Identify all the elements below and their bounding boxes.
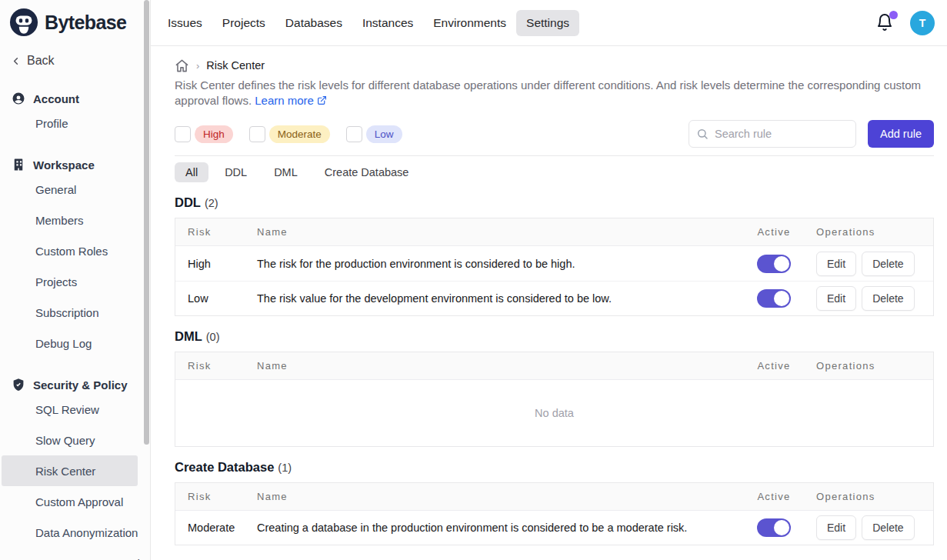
sidebar-item-debug-log[interactable]: Debug Log [0, 328, 150, 358]
search-input[interactable] [689, 120, 856, 148]
name-cell: The risk value for the development envir… [257, 292, 732, 305]
table-header: Risk Name Active Operations [175, 483, 933, 511]
section-title-text: Create Database [175, 460, 274, 475]
column-risk: Risk [175, 226, 257, 238]
delete-button[interactable]: Delete [862, 515, 914, 540]
page-description: Risk Center defines the risk levels for … [175, 78, 932, 108]
tab-dml[interactable]: DML [263, 162, 308, 182]
sidebar-item-profile[interactable]: Profile [0, 108, 150, 138]
sidebar-item-label: Slow Query [35, 434, 95, 447]
sidebar-item-label: Members [35, 214, 84, 227]
back-button[interactable]: Back [0, 49, 150, 72]
filter-low-checkbox[interactable] [346, 126, 362, 142]
notification-dot [889, 11, 898, 19]
sidebar-item-slow-query[interactable]: Slow Query [0, 425, 150, 455]
sidebar-item-sql-review[interactable]: SQL Review [0, 394, 150, 425]
sidebar-item-subscription[interactable]: Subscription [0, 297, 150, 328]
ddl-rule-table: Risk Name Active Operations High The ris… [175, 218, 934, 316]
filter-moderate-checkbox[interactable] [249, 126, 265, 142]
operations-cell: Edit Delete [816, 286, 933, 311]
sidebar-item-risk-center[interactable]: Risk Center [2, 455, 138, 486]
section-title-text: DDL [175, 195, 201, 210]
sidebar-item-projects[interactable]: Projects [0, 266, 150, 297]
edit-button[interactable]: Edit [816, 252, 856, 276]
sidebar-scrollbar[interactable] [144, 0, 149, 445]
table-header: Risk Name Active Operations [175, 352, 933, 380]
high-badge: High [195, 125, 233, 143]
home-icon[interactable] [175, 58, 189, 73]
section-create-database-title: Create Database (1) [175, 460, 934, 475]
sidebar-item-label: Projects [35, 275, 77, 288]
active-toggle[interactable] [757, 255, 791, 273]
section-count: (1) [278, 462, 292, 474]
section-create-database: Create Database (1) Risk Name Active Ope… [175, 460, 934, 545]
bytebase-logo-icon [9, 8, 38, 37]
avatar[interactable]: T [910, 11, 935, 35]
delete-button[interactable]: Delete [862, 252, 914, 276]
sidebar-group-label: Workspace [33, 158, 95, 172]
delete-button[interactable]: Delete [862, 286, 914, 311]
section-title-text: DML [175, 329, 202, 344]
sidebar-group-security-policy: Security & Policy SQL Review Slow Query … [0, 375, 150, 560]
chevron-left-icon [10, 55, 22, 67]
sidebar-item-data-anonymization[interactable]: Data Anonymization [0, 517, 150, 548]
tab-all[interactable]: All [175, 162, 208, 182]
filter-high-checkbox[interactable] [175, 126, 191, 142]
category-tabs: All DDL DML Create Database [175, 162, 934, 182]
sidebar-group-workspace: Workspace General Members Custom Roles P… [0, 155, 150, 358]
sidebar-group-account: Account Profile [0, 89, 150, 138]
add-rule-button[interactable]: Add rule [868, 120, 934, 148]
active-toggle[interactable] [757, 518, 791, 537]
column-risk: Risk [175, 360, 257, 372]
edit-button[interactable]: Edit [816, 286, 856, 311]
sidebar-item-general[interactable]: General [0, 174, 150, 205]
nav-item-databases[interactable]: Databases [275, 10, 352, 36]
column-active: Active [732, 226, 816, 238]
sidebar-item-data-access-control[interactable]: Data Access Control [0, 548, 150, 560]
nav-item-projects[interactable]: Projects [212, 10, 275, 36]
sidebar-item-label: SQL Review [35, 403, 99, 416]
empty-state: No data [175, 380, 933, 446]
table-row: Moderate Creating a database in the prod… [175, 511, 933, 545]
settings-sidebar: Bytebase Back Account Profile Workspace … [0, 0, 151, 560]
active-toggle[interactable] [757, 289, 791, 308]
back-label: Back [27, 54, 55, 68]
search-box [689, 120, 856, 148]
table-row: Low The risk value for the development e… [175, 281, 933, 315]
main-area: Issues Projects Databases Instances Envi… [151, 0, 947, 560]
create-database-rule-table: Risk Name Active Operations Moderate Cre… [175, 482, 934, 545]
sidebar-item-label: Custom Roles [35, 245, 108, 258]
sidebar-item-members[interactable]: Members [0, 205, 150, 235]
sidebar-item-custom-roles[interactable]: Custom Roles [0, 235, 150, 266]
notifications-button[interactable] [875, 13, 895, 33]
sidebar-item-custom-approval[interactable]: Custom Approval [0, 486, 150, 517]
sidebar-item-label: Data Anonymization [35, 526, 138, 539]
tab-create-database[interactable]: Create Database [314, 162, 420, 182]
sidebar-item-label: Profile [35, 117, 68, 130]
divider [175, 155, 934, 156]
sidebar-group-security-policy-header: Security & Policy [0, 375, 150, 394]
nav-item-instances[interactable]: Instances [352, 10, 423, 36]
page-title: Risk Center [206, 59, 265, 72]
external-link-icon [317, 95, 327, 105]
tab-ddl[interactable]: DDL [214, 162, 258, 182]
nav-item-settings[interactable]: Settings [516, 10, 579, 36]
section-ddl-title: DDL (2) [175, 195, 934, 210]
logo-wordmark: Bytebase [45, 12, 126, 34]
breadcrumb: › Risk Center [175, 57, 934, 74]
operations-cell: Edit Delete [816, 515, 933, 540]
learn-more-link[interactable]: Learn more [255, 94, 327, 107]
edit-button[interactable]: Edit [816, 515, 856, 540]
column-risk: Risk [175, 491, 257, 502]
top-navigation-bar: Issues Projects Databases Instances Envi… [151, 0, 947, 46]
nav-item-environments[interactable]: Environments [423, 10, 516, 36]
nav-item-issues[interactable]: Issues [158, 10, 212, 36]
topbar-right: T [875, 11, 935, 35]
sidebar-item-label: Subscription [35, 306, 99, 319]
table-row: High The risk for the production environ… [175, 246, 933, 281]
moderate-badge: Moderate [269, 125, 330, 143]
sidebar-group-account-header: Account [0, 89, 150, 108]
table-header: Risk Name Active Operations [175, 218, 933, 246]
logo[interactable]: Bytebase [0, 0, 150, 43]
user-icon [12, 92, 25, 105]
